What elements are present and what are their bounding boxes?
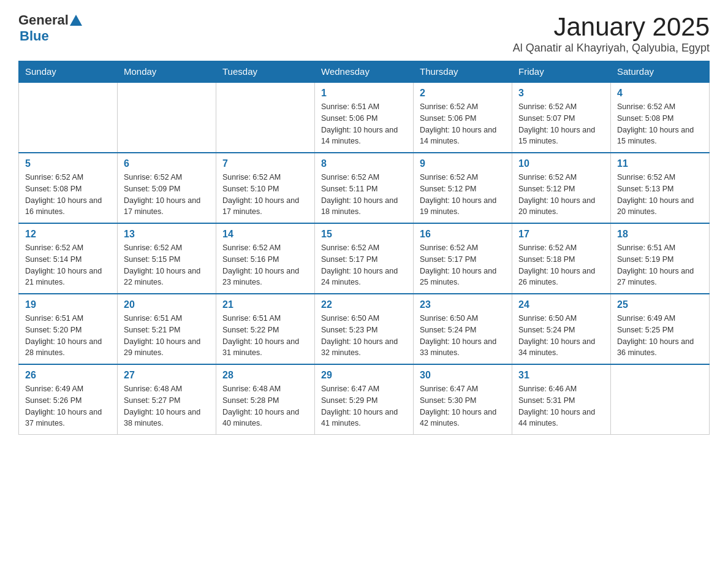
calendar-cell: [19, 82, 118, 153]
day-number: 7: [222, 158, 308, 169]
header-tuesday: Tuesday: [216, 61, 315, 83]
day-number: 25: [617, 299, 703, 310]
day-number: 21: [222, 299, 308, 310]
day-info: Sunrise: 6:52 AMSunset: 5:12 PMDaylight:…: [518, 172, 604, 218]
calendar-cell: 27Sunrise: 6:48 AMSunset: 5:27 PMDayligh…: [118, 364, 216, 435]
calendar-cell: 2Sunrise: 6:52 AMSunset: 5:06 PMDaylight…: [414, 82, 512, 153]
calendar-cell: 14Sunrise: 6:52 AMSunset: 5:16 PMDayligh…: [216, 223, 315, 294]
day-info: Sunrise: 6:52 AMSunset: 5:08 PMDaylight:…: [617, 101, 703, 147]
day-info: Sunrise: 6:52 AMSunset: 5:16 PMDaylight:…: [222, 242, 308, 288]
day-info: Sunrise: 6:52 AMSunset: 5:15 PMDaylight:…: [124, 242, 210, 288]
calendar-cell: 11Sunrise: 6:52 AMSunset: 5:13 PMDayligh…: [611, 153, 710, 223]
day-info: Sunrise: 6:52 AMSunset: 5:07 PMDaylight:…: [518, 101, 604, 147]
calendar-cell: 25Sunrise: 6:49 AMSunset: 5:25 PMDayligh…: [611, 294, 710, 364]
calendar-cell: 16Sunrise: 6:52 AMSunset: 5:17 PMDayligh…: [414, 223, 512, 294]
day-info: Sunrise: 6:51 AMSunset: 5:21 PMDaylight:…: [124, 313, 210, 359]
calendar-cell: 15Sunrise: 6:52 AMSunset: 5:17 PMDayligh…: [315, 223, 414, 294]
day-number: 15: [321, 229, 407, 240]
calendar-cell: 23Sunrise: 6:50 AMSunset: 5:24 PMDayligh…: [414, 294, 512, 364]
calendar-cell: 8Sunrise: 6:52 AMSunset: 5:11 PMDaylight…: [315, 153, 414, 223]
day-info: Sunrise: 6:52 AMSunset: 5:13 PMDaylight:…: [617, 172, 703, 218]
day-number: 12: [25, 229, 111, 240]
location-title: Al Qanatir al Khayriyah, Qalyubia, Egypt: [513, 42, 710, 55]
logo-blue-text: Blue: [18, 28, 82, 44]
calendar-cell: 7Sunrise: 6:52 AMSunset: 5:10 PMDaylight…: [216, 153, 315, 223]
logo-triangle-icon: [70, 15, 82, 26]
day-number: 29: [321, 370, 407, 381]
header-wednesday: Wednesday: [315, 61, 414, 83]
header-monday: Monday: [118, 61, 216, 83]
calendar-cell: 30Sunrise: 6:47 AMSunset: 5:30 PMDayligh…: [414, 364, 512, 435]
day-info: Sunrise: 6:52 AMSunset: 5:08 PMDaylight:…: [25, 172, 111, 218]
day-info: Sunrise: 6:48 AMSunset: 5:28 PMDaylight:…: [222, 383, 308, 429]
day-number: 2: [420, 88, 506, 99]
calendar-cell: [611, 364, 710, 435]
header-thursday: Thursday: [414, 61, 512, 83]
day-info: Sunrise: 6:48 AMSunset: 5:27 PMDaylight:…: [124, 383, 210, 429]
day-info: Sunrise: 6:52 AMSunset: 5:17 PMDaylight:…: [321, 242, 407, 288]
calendar-cell: [216, 82, 315, 153]
day-number: 5: [25, 158, 111, 169]
logo-general-text: General: [18, 12, 69, 28]
header: General Blue January 2025 Al Qanatir al …: [18, 12, 710, 55]
day-number: 24: [518, 299, 604, 310]
calendar-cell: 24Sunrise: 6:50 AMSunset: 5:24 PMDayligh…: [512, 294, 611, 364]
calendar-cell: 3Sunrise: 6:52 AMSunset: 5:07 PMDaylight…: [512, 82, 611, 153]
day-info: Sunrise: 6:52 AMSunset: 5:18 PMDaylight:…: [518, 242, 604, 288]
week-row-5: 26Sunrise: 6:49 AMSunset: 5:26 PMDayligh…: [19, 364, 710, 435]
calendar-cell: 6Sunrise: 6:52 AMSunset: 5:09 PMDaylight…: [118, 153, 216, 223]
calendar-cell: 28Sunrise: 6:48 AMSunset: 5:28 PMDayligh…: [216, 364, 315, 435]
day-number: 14: [222, 229, 308, 240]
calendar-cell: [118, 82, 216, 153]
day-info: Sunrise: 6:52 AMSunset: 5:11 PMDaylight:…: [321, 172, 407, 218]
day-info: Sunrise: 6:52 AMSunset: 5:09 PMDaylight:…: [124, 172, 210, 218]
calendar-cell: 9Sunrise: 6:52 AMSunset: 5:12 PMDaylight…: [414, 153, 512, 223]
calendar-cell: 29Sunrise: 6:47 AMSunset: 5:29 PMDayligh…: [315, 364, 414, 435]
day-info: Sunrise: 6:52 AMSunset: 5:10 PMDaylight:…: [222, 172, 308, 218]
calendar-cell: 10Sunrise: 6:52 AMSunset: 5:12 PMDayligh…: [512, 153, 611, 223]
calendar-table: Sunday Monday Tuesday Wednesday Thursday…: [18, 61, 710, 435]
day-number: 22: [321, 299, 407, 310]
day-info: Sunrise: 6:52 AMSunset: 5:14 PMDaylight:…: [25, 242, 111, 288]
week-row-1: 1Sunrise: 6:51 AMSunset: 5:06 PMDaylight…: [19, 82, 710, 153]
day-number: 4: [617, 88, 703, 99]
week-row-4: 19Sunrise: 6:51 AMSunset: 5:20 PMDayligh…: [19, 294, 710, 364]
day-info: Sunrise: 6:50 AMSunset: 5:24 PMDaylight:…: [420, 313, 506, 359]
day-info: Sunrise: 6:49 AMSunset: 5:25 PMDaylight:…: [617, 313, 703, 359]
day-number: 9: [420, 158, 506, 169]
header-friday: Friday: [512, 61, 611, 83]
day-number: 10: [518, 158, 604, 169]
day-number: 18: [617, 229, 703, 240]
header-saturday: Saturday: [611, 61, 710, 83]
day-info: Sunrise: 6:51 AMSunset: 5:20 PMDaylight:…: [25, 313, 111, 359]
day-number: 6: [124, 158, 210, 169]
week-row-2: 5Sunrise: 6:52 AMSunset: 5:08 PMDaylight…: [19, 153, 710, 223]
day-info: Sunrise: 6:52 AMSunset: 5:17 PMDaylight:…: [420, 242, 506, 288]
day-number: 8: [321, 158, 407, 169]
day-info: Sunrise: 6:50 AMSunset: 5:23 PMDaylight:…: [321, 313, 407, 359]
calendar-cell: 18Sunrise: 6:51 AMSunset: 5:19 PMDayligh…: [611, 223, 710, 294]
calendar-cell: 5Sunrise: 6:52 AMSunset: 5:08 PMDaylight…: [19, 153, 118, 223]
day-number: 26: [25, 370, 111, 381]
calendar-cell: 17Sunrise: 6:52 AMSunset: 5:18 PMDayligh…: [512, 223, 611, 294]
day-info: Sunrise: 6:52 AMSunset: 5:06 PMDaylight:…: [420, 101, 506, 147]
calendar-cell: 22Sunrise: 6:50 AMSunset: 5:23 PMDayligh…: [315, 294, 414, 364]
day-number: 11: [617, 158, 703, 169]
day-number: 31: [518, 370, 604, 381]
day-info: Sunrise: 6:51 AMSunset: 5:06 PMDaylight:…: [321, 101, 407, 147]
day-number: 3: [518, 88, 604, 99]
day-number: 23: [420, 299, 506, 310]
day-info: Sunrise: 6:51 AMSunset: 5:22 PMDaylight:…: [222, 313, 308, 359]
day-number: 28: [222, 370, 308, 381]
day-info: Sunrise: 6:47 AMSunset: 5:29 PMDaylight:…: [321, 383, 407, 429]
calendar-cell: 13Sunrise: 6:52 AMSunset: 5:15 PMDayligh…: [118, 223, 216, 294]
calendar-cell: 31Sunrise: 6:46 AMSunset: 5:31 PMDayligh…: [512, 364, 611, 435]
day-info: Sunrise: 6:49 AMSunset: 5:26 PMDaylight:…: [25, 383, 111, 429]
title-area: January 2025 Al Qanatir al Khayriyah, Qa…: [513, 12, 710, 55]
day-number: 19: [25, 299, 111, 310]
month-title: January 2025: [513, 12, 710, 42]
day-number: 13: [124, 229, 210, 240]
calendar-cell: 12Sunrise: 6:52 AMSunset: 5:14 PMDayligh…: [19, 223, 118, 294]
day-number: 20: [124, 299, 210, 310]
day-info: Sunrise: 6:46 AMSunset: 5:31 PMDaylight:…: [518, 383, 604, 429]
